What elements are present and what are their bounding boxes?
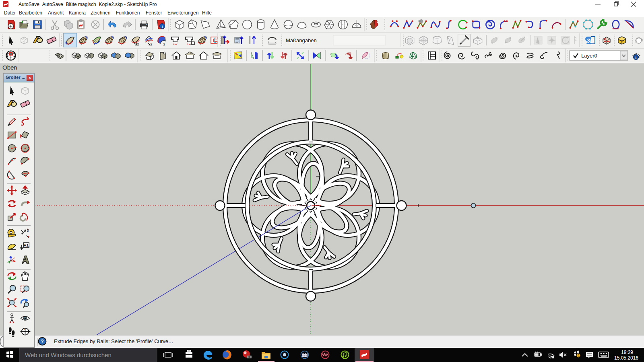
svg-text:2: 2 (137, 42, 139, 46)
svg-text:i: i (162, 24, 163, 29)
svg-text:?: ? (41, 338, 44, 344)
svg-text:2: 2 (150, 42, 152, 46)
svg-text:C: C (24, 328, 26, 331)
svg-text:5: 5 (27, 228, 29, 232)
svg-text:Maßangaben: Maßangaben (286, 37, 317, 43)
svg-text:3D: 3D (586, 37, 594, 44)
svg-text:A1: A1 (23, 243, 29, 247)
svg-text:19:29: 19:29 (621, 350, 633, 355)
svg-text:Web und Windows durchsuchen: Web und Windows durchsuchen (25, 352, 111, 358)
svg-text:i: i (636, 55, 637, 60)
svg-text:Layer0: Layer0 (581, 53, 597, 59)
svg-text:15.05.2016: 15.05.2016 (614, 355, 638, 361)
svg-text:2: 2 (163, 42, 165, 46)
